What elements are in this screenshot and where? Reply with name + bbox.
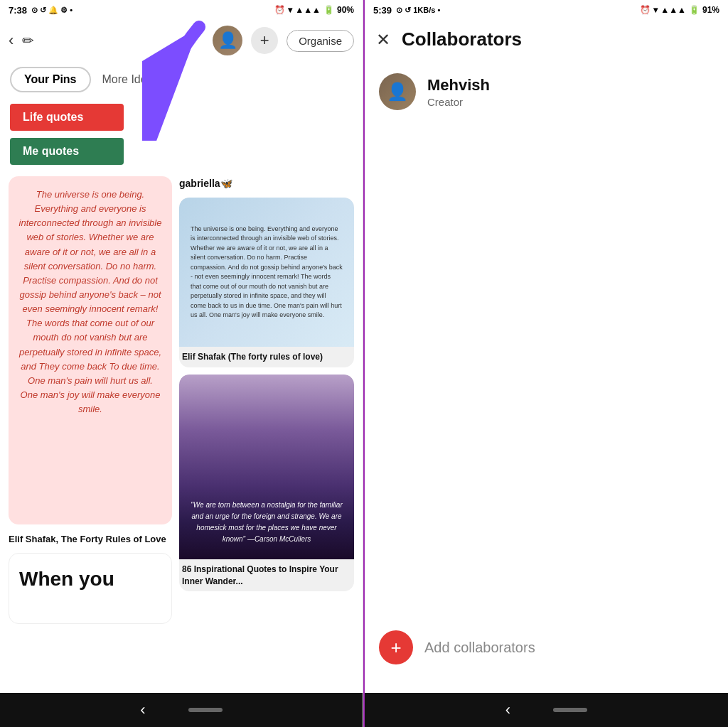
- when-you-card[interactable]: When you: [9, 553, 172, 624]
- right-panel: 5:39 ⊙ ↺ 1KB/s • ⏰ ▾ ▲▲▲ 🔋 91% ✕ Collabo…: [365, 0, 728, 727]
- right-notification-icons: ⊙ ↺ 1KB/s •: [396, 6, 440, 15]
- status-left: 7:38 ⊙ ↺ 🔔 ⚙ •: [9, 5, 73, 16]
- time-display: 7:38: [9, 5, 27, 16]
- right-battery-icon: 🔋: [689, 5, 700, 15]
- left-status-bar: 7:38 ⊙ ↺ 🔔 ⚙ • ⏰ ▾ ▲▲▲ 🔋 90%: [0, 0, 363, 20]
- home-indicator: [188, 708, 223, 712]
- life-quotes-label[interactable]: Life quotes: [10, 104, 124, 131]
- pin-1-image: The universe is one being. Everything an…: [179, 198, 354, 347]
- collaborator-avatar: 👤: [379, 73, 416, 110]
- pin-1-quote-text: The universe is one being. Everything an…: [191, 225, 343, 321]
- section-labels: Life quotes Me quotes: [0, 98, 363, 171]
- signal-icon: ▲▲▲: [295, 5, 321, 15]
- right-alarm-icon: ⏰: [640, 5, 651, 15]
- right-bottom-nav: ‹: [365, 693, 728, 727]
- add-collaborator-button[interactable]: +: [379, 630, 413, 664]
- pin-2-quote-text: "We are torn between a nostalgia for the…: [188, 500, 346, 545]
- pin-card-1[interactable]: The universe is one being. Everything an…: [179, 198, 354, 367]
- status-right: ⏰ ▾ ▲▲▲ 🔋 90%: [274, 5, 354, 15]
- tabs-bar: Your Pins More Ideas: [0, 61, 363, 98]
- collaborators-title: Collaborators: [402, 28, 522, 50]
- main-quote-text: The universe is one being. Everything an…: [19, 189, 162, 414]
- me-quotes-label[interactable]: Me quotes: [10, 138, 124, 165]
- main-quote-caption: Elif Shafak, The Forty Rules of Love: [9, 533, 172, 546]
- left-panel: 7:38 ⊙ ↺ 🔔 ⚙ • ⏰ ▾ ▲▲▲ 🔋 90% ‹ ✏ 👤 + Org…: [0, 0, 363, 727]
- collaborator-role: Creator: [427, 96, 490, 108]
- left-bottom-nav: ‹: [0, 693, 363, 727]
- notification-icons: ⊙ ↺ 🔔 ⚙ •: [31, 6, 73, 15]
- tab-more-ideas[interactable]: More Ideas: [100, 68, 162, 91]
- collaborator-item[interactable]: 👤 Mehvish Creator: [365, 59, 728, 124]
- wifi-icon: ▾: [288, 5, 292, 15]
- collaborator-name: Mehvish: [427, 76, 490, 95]
- close-button[interactable]: ✕: [376, 30, 390, 50]
- right-home-indicator: [553, 708, 587, 712]
- battery-pct: 90%: [337, 5, 354, 15]
- main-quote-card[interactable]: The universe is one being. Everything an…: [9, 176, 172, 524]
- pin-2-image: "We are torn between a nostalgia for the…: [179, 375, 354, 559]
- right-signal-icon: ▲▲▲: [660, 5, 686, 15]
- back-button[interactable]: ‹: [9, 31, 14, 50]
- add-icon: +: [390, 637, 401, 659]
- right-battery-pct: 91%: [702, 5, 719, 15]
- pin-2-caption: 86 Inspirational Quotes to Inspire Your …: [179, 559, 354, 592]
- right-bottom-back-button[interactable]: ‹: [505, 701, 510, 719]
- when-you-text: When you: [19, 568, 114, 590]
- right-time-display: 5:39: [373, 5, 392, 16]
- alarm-icon: ⏰: [274, 5, 285, 15]
- tab-your-pins[interactable]: Your Pins: [10, 67, 91, 92]
- right-status-right: ⏰ ▾ ▲▲▲ 🔋 91%: [640, 5, 719, 15]
- right-top-nav: ✕ Collaborators: [365, 20, 728, 59]
- user-tag: gabriella🦋: [179, 176, 354, 190]
- pin-card-2[interactable]: "We are torn between a nostalgia for the…: [179, 375, 354, 592]
- add-pin-button[interactable]: +: [251, 27, 278, 54]
- bottom-back-button[interactable]: ‹: [140, 701, 145, 719]
- collaborator-info: Mehvish Creator: [427, 76, 490, 108]
- pins-area: The universe is one being. Everything an…: [0, 171, 363, 693]
- edit-button[interactable]: ✏: [22, 32, 34, 49]
- right-wifi-icon: ▾: [653, 5, 658, 15]
- right-status-bar: 5:39 ⊙ ↺ 1KB/s • ⏰ ▾ ▲▲▲ 🔋 91%: [365, 0, 728, 20]
- organise-button[interactable]: Organise: [287, 30, 354, 52]
- battery-icon: 🔋: [323, 5, 334, 15]
- avatar[interactable]: 👤: [213, 26, 242, 55]
- add-collaborator-row[interactable]: + Add collaborators: [365, 616, 728, 693]
- left-column: The universe is one being. Everything an…: [9, 176, 172, 687]
- pin-1-caption: Elif Shafak (The forty rules of love): [179, 347, 354, 367]
- right-status-left: 5:39 ⊙ ↺ 1KB/s •: [373, 5, 440, 16]
- right-column: gabriella🦋 The universe is one being. Ev…: [179, 176, 354, 687]
- add-collaborator-label: Add collaborators: [424, 640, 535, 656]
- top-nav: ‹ ✏ 👤 + Organise: [0, 20, 363, 61]
